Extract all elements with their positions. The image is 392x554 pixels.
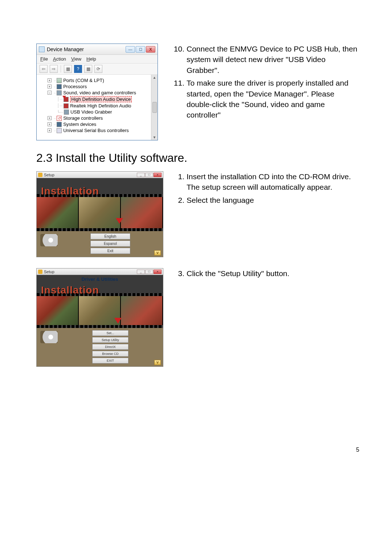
setup-driver-button[interactable]: Set... — [92, 330, 128, 336]
exit-button[interactable]: Exit — [90, 248, 130, 254]
menu-view[interactable]: View — [71, 56, 81, 62]
hero-title: Installation — [41, 284, 99, 296]
expand-icon[interactable]: + — [48, 85, 52, 89]
toolbar-help-icon[interactable]: ? — [74, 65, 82, 73]
hero-banner: Installation — [37, 178, 163, 231]
step-11: 11.To make sure the driver is properly i… — [173, 78, 359, 120]
close-button[interactable]: × — [154, 173, 162, 177]
app-icon — [39, 46, 45, 52]
maximize-button[interactable]: □ — [145, 173, 153, 177]
page-number: 5 — [36, 447, 359, 453]
version-badge: V — [154, 360, 161, 365]
hero-subtitle: Driver & Utilities — [37, 276, 163, 282]
expand-icon[interactable]: + — [48, 78, 52, 82]
red-arrow-icon — [114, 318, 122, 324]
hero-title: Installation — [41, 185, 99, 197]
system-icon — [57, 122, 62, 127]
tree-ports[interactable]: Ports (COM & LPT) — [63, 78, 104, 83]
toolbar-btn-3[interactable]: ⟳ — [94, 65, 102, 73]
setup-icon — [38, 270, 42, 274]
sound-icon — [57, 90, 62, 95]
menu-help[interactable]: Help — [86, 56, 96, 62]
toolbar-btn-2[interactable]: ▦ — [84, 65, 92, 73]
espanol-button[interactable]: Espanol — [90, 241, 130, 247]
collapse-icon[interactable]: − — [48, 91, 52, 95]
titlebar: Setup _ □ × — [37, 268, 163, 275]
device-manager-window: Device Manager — ◻ X File Action View He… — [36, 44, 158, 140]
device-tree: +·· Ports (COM & LPT) +·· Processors −·· — [37, 75, 151, 140]
setup-icon — [38, 173, 42, 177]
step-2: 2.Select the language — [173, 195, 359, 205]
maximize-button[interactable]: ◻ — [136, 46, 145, 53]
menu-bar: File Action View Help — [37, 55, 158, 63]
scroll-up-icon[interactable]: ▲ — [153, 75, 156, 79]
menu-file[interactable]: File — [40, 56, 48, 62]
titlebar: Device Manager — ◻ X — [37, 44, 158, 55]
version-badge: V — [154, 250, 161, 255]
expand-icon[interactable]: + — [48, 122, 52, 126]
step-3: 3.Click the "Setup Utility" button. — [173, 268, 359, 279]
directx-button[interactable]: DirectX — [92, 344, 128, 350]
audio-device-icon — [64, 110, 69, 115]
toolbar: ⇦ ⇨ ▦ ? ▦ ⟳ — [37, 63, 158, 75]
section-heading: 2.3 Install the Utility software. — [36, 151, 359, 165]
usb-icon — [57, 128, 62, 133]
audio-device-icon — [64, 103, 69, 108]
scrollbar[interactable]: ▲ ▼ — [151, 75, 158, 140]
processor-icon — [57, 84, 62, 89]
expand-icon[interactable]: + — [48, 128, 52, 132]
tree-usb-grabber[interactable]: USB Video Grabber — [70, 109, 112, 115]
exit-button[interactable]: EXIT — [92, 358, 128, 364]
scroll-thumb[interactable] — [152, 102, 157, 113]
forward-button[interactable]: ⇨ — [50, 65, 58, 73]
tree-realtek[interactable]: Realtek High Definition Audio — [70, 103, 131, 108]
tree-system[interactable]: System devices — [63, 122, 96, 127]
audio-device-icon — [64, 97, 69, 102]
setup-utility-button[interactable]: Setup Utility — [92, 337, 128, 343]
close-button[interactable]: × — [154, 270, 162, 274]
tree-sound[interactable]: Sound, video and game controllers — [63, 90, 136, 95]
close-button[interactable]: X — [146, 46, 155, 53]
setup-window-language: Setup _ □ × Installation — [36, 171, 163, 257]
red-arrow-icon — [116, 218, 123, 224]
window-title: Device Manager — [47, 46, 126, 52]
step-10: 10.Connect the ENMVG Device to PC USB Hu… — [173, 44, 359, 75]
minimize-button[interactable]: _ — [137, 270, 145, 274]
disc-icon — [40, 234, 58, 246]
hero-banner: Driver & Utilities Installation — [37, 275, 163, 328]
expand-icon[interactable]: + — [48, 116, 52, 120]
storage-icon — [57, 116, 62, 121]
port-icon — [57, 78, 62, 83]
minimize-button[interactable]: — — [126, 46, 135, 53]
setup-window-utility: Setup _ □ × Driver & Utilities Installat… — [36, 268, 163, 367]
maximize-button[interactable]: □ — [145, 270, 153, 274]
toolbar-btn-1[interactable]: ▦ — [64, 65, 72, 73]
menu-action[interactable]: Action — [53, 56, 66, 62]
tree-hd-audio[interactable]: High Definition Audio Device — [70, 96, 132, 102]
step-1: 1.Insert the installation CD into the CD… — [173, 171, 359, 193]
titlebar: Setup _ □ × — [37, 172, 163, 178]
scroll-down-icon[interactable]: ▼ — [153, 135, 156, 139]
browse-cd-button[interactable]: Browse CD — [92, 351, 128, 357]
english-button[interactable]: English — [90, 233, 130, 239]
tree-usb-ctrl[interactable]: Universal Serial Bus controllers — [63, 128, 129, 133]
minimize-button[interactable]: _ — [137, 173, 145, 177]
disc-icon — [40, 331, 58, 343]
tree-storage[interactable]: Storage controllers — [63, 115, 103, 121]
window-title: Setup — [44, 173, 137, 177]
tree-processors[interactable]: Processors — [63, 84, 87, 89]
back-button[interactable]: ⇦ — [40, 65, 48, 73]
window-title: Setup — [44, 270, 137, 274]
